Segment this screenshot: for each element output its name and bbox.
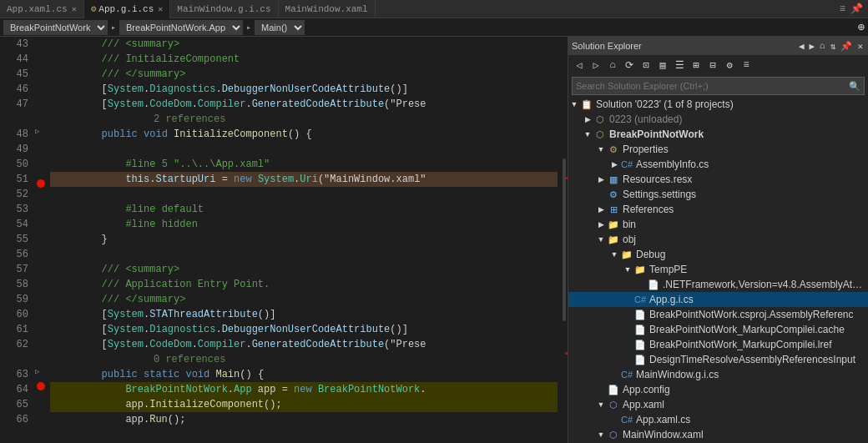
se-arrow-mwxaml: ▼ xyxy=(595,430,607,439)
location-separator-1: ▸ xyxy=(111,23,116,33)
se-item-resources[interactable]: ▶ ▦ Resources.resx xyxy=(568,172,868,187)
se-arrow-references: ▶ xyxy=(595,205,607,214)
tab-mainwindowxaml[interactable]: MainWindow.xaml xyxy=(279,0,376,18)
tab-appgics-close[interactable]: ✕ xyxy=(158,4,163,14)
se-label-solution: Solution '0223' (1 of 8 projects) xyxy=(596,98,734,110)
se-toolbar-filter[interactable]: ▤ xyxy=(655,58,670,73)
tab-appxamlcs-close[interactable]: ✕ xyxy=(72,4,77,14)
overflow-icon[interactable]: ≡ xyxy=(838,3,847,15)
se-toolbar-stop[interactable]: ⊡ xyxy=(638,58,654,73)
se-toolbar-home[interactable]: ⌂ xyxy=(605,58,620,73)
code-line-52 xyxy=(50,187,558,202)
tab-mainwindowgics[interactable]: MainWindow.g.i.cs xyxy=(170,0,278,18)
pin-icon[interactable]: 📌 xyxy=(849,3,865,15)
tab-appgics[interactable]: ⚙ App.g.i.cs ✕ xyxy=(84,0,171,18)
se-toolbar-back[interactable]: ◁ xyxy=(572,58,587,73)
expand-icon-48[interactable]: ▷ xyxy=(35,127,39,136)
se-item-0223[interactable]: ▶ ⬡ 0223 (unloaded) xyxy=(568,112,868,127)
split-editor-icon[interactable]: ⊕ xyxy=(858,20,865,34)
code-line-65: app.InitializeComponent(); xyxy=(50,397,558,412)
se-arrow-solution: ▼ xyxy=(568,100,580,108)
se-item-obj[interactable]: ▼ 📁 obj xyxy=(568,232,868,247)
se-forward-icon[interactable]: ▶ xyxy=(808,41,817,52)
expand-icon-63[interactable]: ▷ xyxy=(35,367,39,376)
line-numbers: 43 44 45 46 47 48 49 50 51 52 53 54 55 5… xyxy=(0,37,33,443)
scrollbar-thumb[interactable] xyxy=(563,159,566,321)
se-search-icon[interactable]: 🔍 xyxy=(849,81,860,92)
se-item-bpnw-project[interactable]: ▼ ⬡ BreakPointNotWork xyxy=(568,127,868,142)
code-line-62: [System.CodeDom.Compiler.GeneratedCodeAt… xyxy=(50,337,558,352)
se-item-netframework[interactable]: 📄 .NETFramework,Version=v4.8.AssemblyAtt… xyxy=(568,277,868,292)
se-item-debug[interactable]: ▼ 📁 Debug xyxy=(568,247,868,262)
se-item-assemblyinfo[interactable]: ▶ C# AssemblyInfo.cs xyxy=(568,157,868,172)
se-item-markup-cache[interactable]: 📄 BreakPointNotWork_MarkupCompilei.cache xyxy=(568,322,868,337)
se-label-markup-cache: BreakPointNotWork_MarkupCompilei.cache xyxy=(649,324,845,335)
location-bar: BreakPointNotWork ▸ BreakPointNotWork.Ap… xyxy=(0,18,868,37)
se-arrow-resources: ▶ xyxy=(595,175,607,184)
se-icon-solution: 📋 xyxy=(580,98,593,111)
code-line-49 xyxy=(50,142,558,157)
se-back-icon[interactable]: ◀ xyxy=(797,41,806,52)
code-editor[interactable]: 43 44 45 46 47 48 49 50 51 52 53 54 55 5… xyxy=(0,37,568,443)
se-search-input[interactable] xyxy=(576,81,849,91)
se-item-settings[interactable]: ⚙ Settings.settings xyxy=(568,187,868,202)
se-label-appgics: App.g.i.cs xyxy=(649,294,694,305)
breakpoint-64[interactable] xyxy=(37,382,45,390)
se-toolbar-settings[interactable]: ⚙ xyxy=(722,58,737,73)
se-icon-0223: ⬡ xyxy=(593,113,607,126)
se-icon-appconfig: 📄 xyxy=(607,383,620,396)
se-item-references[interactable]: ▶ ⊞ References xyxy=(568,202,868,217)
se-arrow-bpnw: ▼ xyxy=(582,130,593,138)
breakpoint-51[interactable] xyxy=(37,179,45,188)
location-separator-2: ▸ xyxy=(246,23,251,33)
se-item-mwxaml[interactable]: ▼ ⬡ MainWindow.xaml xyxy=(568,427,868,442)
se-item-solution[interactable]: ▼ 📋 Solution '0223' (1 of 8 projects) xyxy=(568,97,868,112)
se-toolbar-collapse[interactable]: ⊟ xyxy=(705,58,720,73)
se-toolbar-forward[interactable]: ▷ xyxy=(588,58,603,73)
method-dropdown[interactable]: Main() xyxy=(255,20,305,35)
code-line-60: [System.STAThreadAttribute()] xyxy=(50,307,558,322)
file-dropdown[interactable]: BreakPointNotWork xyxy=(3,20,108,35)
se-search-bar[interactable]: 🔍 xyxy=(572,77,865,95)
se-label-properties: Properties xyxy=(623,143,669,155)
se-icon-debug: 📁 xyxy=(620,248,633,261)
se-pin-icon[interactable]: 📌 xyxy=(839,41,854,52)
code-line-53: #line default xyxy=(50,202,558,217)
editor-scrollbar[interactable] xyxy=(558,37,568,443)
se-toolbar-showall[interactable]: ☰ xyxy=(672,58,687,73)
se-item-appconfig[interactable]: 📄 App.config xyxy=(568,382,868,397)
se-item-csproj-ref[interactable]: 📄 BreakPointNotWork.csproj.AssemblyRefer… xyxy=(568,307,868,322)
se-home-icon[interactable]: ⌂ xyxy=(818,41,827,52)
se-item-designtime[interactable]: 📄 DesignTimeResolveAssemblyReferencesInp… xyxy=(568,352,868,367)
se-label-0223: 0223 (unloaded) xyxy=(609,113,682,125)
se-item-bin[interactable]: ▶ 📁 bin xyxy=(568,217,868,232)
se-sync-icon[interactable]: ⇅ xyxy=(829,41,838,52)
se-label-bpnw: BreakPointNotWork xyxy=(609,128,704,140)
tab-appxamlcs[interactable]: App.xaml.cs ✕ xyxy=(0,0,84,18)
se-toolbar-properties[interactable]: ≡ xyxy=(739,58,754,73)
se-label-tempPE: TempPE xyxy=(649,264,687,275)
se-arrow-obj: ▼ xyxy=(595,235,607,244)
se-icon-designtime: 📄 xyxy=(633,353,647,366)
se-item-appxaml[interactable]: ▼ ⬡ App.xaml xyxy=(568,397,868,412)
se-label-mwgics: MainWindow.g.i.cs xyxy=(636,369,719,380)
se-toolbar-refresh[interactable]: ⟳ xyxy=(622,58,637,73)
code-lines[interactable]: /// <summary> /// InitializeComponent //… xyxy=(50,37,558,443)
se-item-properties[interactable]: ▼ ⚙ Properties xyxy=(568,142,868,157)
se-toolbar-expand[interactable]: ⊞ xyxy=(689,58,704,73)
se-icon-bin: 📁 xyxy=(607,218,620,231)
namespace-dropdown[interactable]: BreakPointNotWork.App xyxy=(119,20,243,35)
se-icon-bpnw: ⬡ xyxy=(593,128,607,141)
se-icon-mwgics: C# xyxy=(620,368,633,381)
se-item-mwgics[interactable]: C# MainWindow.g.i.cs xyxy=(568,367,868,382)
se-icon-appgics: C# xyxy=(633,293,647,306)
code-line-45: /// </summary> xyxy=(50,67,558,82)
code-line-51: this.StartupUri = new System.Uri("MainWi… xyxy=(50,172,558,187)
se-item-appxamlcs-tree[interactable]: C# App.xaml.cs xyxy=(568,412,868,427)
se-item-tempPE[interactable]: ▼ 📁 TempPE xyxy=(568,262,868,277)
tab-appgics-label: App.g.i.cs xyxy=(98,4,154,14)
se-close-icon[interactable]: ✕ xyxy=(855,41,865,52)
code-line-57: /// <summary> xyxy=(50,262,558,277)
se-item-markup-lref[interactable]: 📄 BreakPointNotWork_MarkupCompilei.lref xyxy=(568,337,868,352)
se-item-appgics[interactable]: C# App.g.i.cs xyxy=(568,292,868,307)
